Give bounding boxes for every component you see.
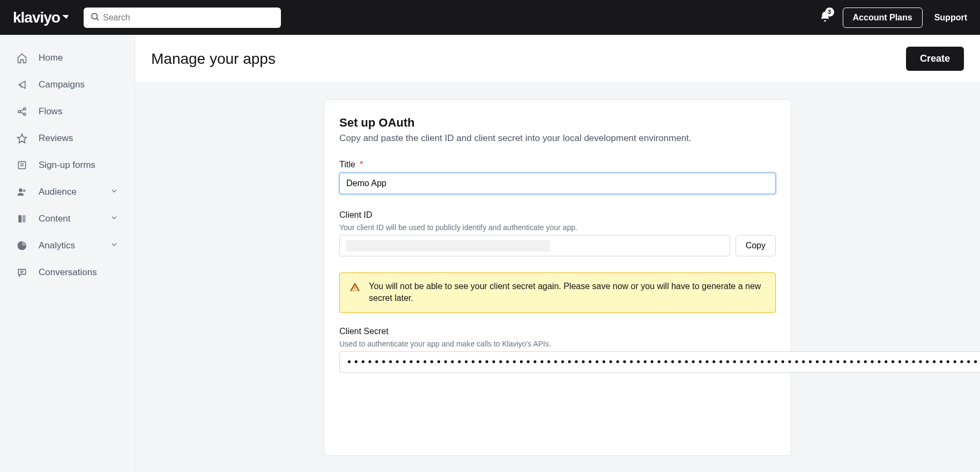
client-id-value — [346, 240, 550, 252]
share-icon — [16, 106, 28, 117]
nav-label: Reviews — [39, 133, 73, 144]
home-icon — [16, 52, 28, 64]
svg-marker-7 — [18, 134, 27, 143]
title-label: Title * — [339, 160, 776, 169]
nav-label: Sign-up forms — [39, 160, 95, 171]
svg-point-12 — [23, 189, 26, 192]
svg-rect-13 — [18, 215, 21, 222]
search-icon — [90, 12, 100, 24]
sidebar-item-reviews[interactable]: Reviews — [0, 125, 135, 152]
title-input[interactable] — [339, 173, 776, 194]
sidebar-item-conversations[interactable]: Conversations — [0, 259, 135, 286]
sidebar-item-content[interactable]: Content — [0, 205, 135, 232]
warning-icon — [350, 282, 360, 305]
title-label-text: Title — [339, 160, 355, 169]
sidebar-item-flows[interactable]: Flows — [0, 98, 135, 125]
nav-label: Audience — [39, 187, 77, 197]
sidebar: Home Campaigns Flows Reviews Sign-up for… — [0, 35, 135, 472]
page-header: Manage your apps Create — [135, 35, 980, 83]
sidebar-item-campaigns[interactable]: Campaigns — [0, 71, 135, 98]
book-icon — [16, 213, 28, 225]
warning-banner: You will not be able to see your client … — [339, 272, 776, 313]
form-icon — [16, 159, 28, 171]
nav-label: Flows — [39, 106, 62, 117]
chevron-down-icon — [110, 240, 118, 252]
app-header: klaviyo 3 Account Plans Support — [0, 0, 980, 35]
warning-text: You will not be able to see your client … — [369, 281, 766, 305]
sidebar-item-analytics[interactable]: Analytics — [0, 232, 135, 259]
client-secret-input[interactable]: ••••••••••••••••••••••••••••••••••••••••… — [339, 351, 980, 373]
send-icon — [16, 79, 28, 91]
client-id-field-group: Client ID Your client ID will be used to… — [339, 210, 776, 256]
chat-icon — [16, 267, 28, 278]
svg-point-11 — [19, 188, 23, 192]
nav-label: Analytics — [39, 240, 75, 251]
support-link[interactable]: Support — [934, 13, 967, 23]
svg-point-0 — [92, 13, 98, 19]
client-id-input[interactable] — [339, 235, 730, 256]
card-description: Copy and paste the client ID and client … — [339, 133, 776, 144]
chevron-down-icon — [110, 187, 118, 198]
nav-label: Home — [39, 53, 63, 63]
star-icon — [16, 132, 28, 144]
client-id-label: Client ID — [339, 210, 776, 220]
svg-rect-14 — [23, 215, 26, 222]
client-secret-field-group: Client Secret Used to authenticate your … — [339, 327, 776, 373]
logo[interactable]: klaviyo — [13, 9, 70, 26]
logo-mark-icon — [61, 9, 70, 26]
nav-label: Campaigns — [39, 79, 85, 90]
chevron-down-icon — [110, 213, 118, 225]
account-plans-button[interactable]: Account Plans — [843, 8, 923, 28]
main-content: Manage your apps Create Set up OAuth Cop… — [135, 35, 980, 472]
logo-text: klaviyo — [13, 9, 60, 26]
svg-line-1 — [96, 18, 98, 20]
nav-label: Content — [39, 213, 71, 224]
client-secret-label: Client Secret — [339, 327, 776, 336]
svg-line-5 — [20, 109, 24, 111]
client-secret-help: Used to authenticate your app and make c… — [339, 340, 776, 348]
notif-badge: 3 — [825, 8, 834, 17]
sidebar-item-home[interactable]: Home — [0, 45, 135, 71]
card-title: Set up OAuth — [339, 116, 776, 130]
notifications-button[interactable]: 3 — [819, 11, 831, 25]
sidebar-item-audience[interactable]: Audience — [0, 179, 135, 205]
search-wrap — [84, 8, 281, 28]
client-secret-masked: ••••••••••••••••••••••••••••••••••••••••… — [340, 356, 980, 367]
required-asterisk: * — [360, 160, 363, 169]
page-title: Manage your apps — [151, 50, 276, 68]
users-icon — [16, 186, 28, 198]
svg-line-6 — [20, 112, 24, 114]
search-input[interactable] — [84, 8, 281, 28]
pie-icon — [16, 240, 28, 252]
nav-label: Conversations — [39, 267, 97, 278]
copy-client-id-button[interactable]: Copy — [736, 235, 776, 256]
client-id-help: Your client ID will be used to publicly … — [339, 223, 776, 232]
create-button[interactable]: Create — [906, 47, 964, 71]
sidebar-item-signup-forms[interactable]: Sign-up forms — [0, 152, 135, 179]
title-field-group: Title * — [339, 160, 776, 194]
oauth-card: Set up OAuth Copy and paste the client I… — [324, 99, 791, 456]
